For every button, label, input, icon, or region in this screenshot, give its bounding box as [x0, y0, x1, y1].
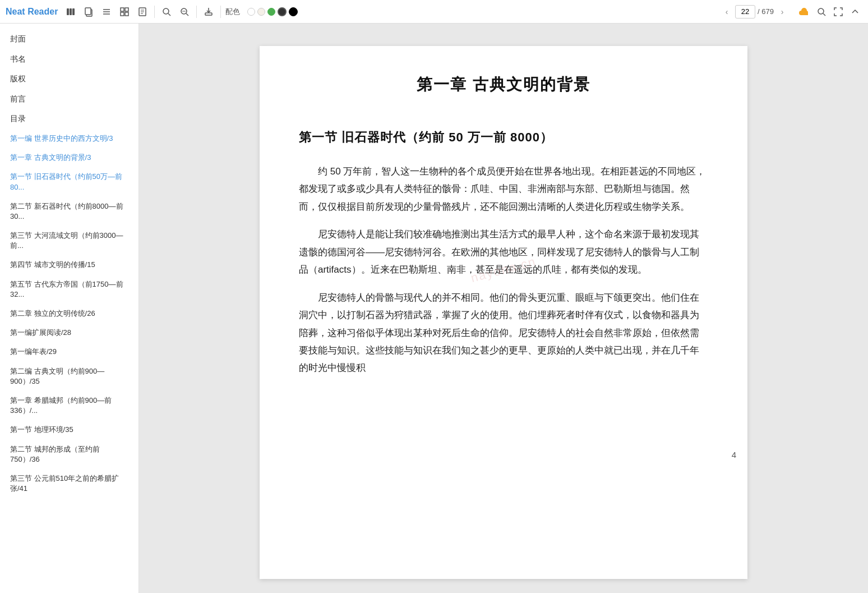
- sidebar-item-chapter1[interactable]: 第一章 古典文明的背景/3: [0, 148, 138, 167]
- chapter-title: 第一章 古典文明的背景: [299, 74, 708, 95]
- library-icon[interactable]: [63, 4, 78, 19]
- color-cream[interactable]: [257, 8, 265, 16]
- svg-point-16: [163, 8, 169, 14]
- svg-line-17: [168, 13, 170, 16]
- sidebar-item-chapter3[interactable]: 第一章 希腊城邦（约前900—前336）/...: [0, 391, 138, 420]
- right-icons: [797, 4, 862, 19]
- svg-rect-9: [125, 8, 128, 11]
- color-dark[interactable]: [278, 7, 287, 16]
- main-layout: 封面 书名 版权 前言 目录 第一编 世界历史中的西方文明/3 第一章 古典文明…: [0, 24, 868, 593]
- svg-rect-0: [67, 8, 69, 15]
- page-total: / 679: [758, 7, 774, 16]
- svg-rect-21: [205, 13, 212, 15]
- sidebar: 封面 书名 版权 前言 目录 第一编 世界历史中的西方文明/3 第一章 古典文明…: [0, 24, 139, 593]
- sidebar-item-toc[interactable]: 目录: [0, 109, 138, 129]
- page-input[interactable]: [735, 5, 755, 19]
- copy-icon[interactable]: [81, 4, 96, 19]
- color-green[interactable]: [267, 8, 275, 16]
- sidebar-item-part2[interactable]: 第二编 古典文明（约前900—900）/35: [0, 362, 138, 391]
- sidebar-item-section3-1[interactable]: 第一节 地理环境/35: [0, 420, 138, 439]
- sidebar-item-section3[interactable]: 第三节 大河流域文明（约前3000—前...: [0, 226, 138, 255]
- svg-rect-2: [72, 8, 75, 15]
- sidebar-item-section3-2[interactable]: 第二节 城邦的形成（至约前750）/36: [0, 440, 138, 469]
- svg-line-24: [823, 13, 825, 16]
- color-black[interactable]: [289, 7, 298, 16]
- sidebar-item-section4[interactable]: 第四节 城市文明的传播/15: [0, 255, 138, 274]
- color-section: [247, 7, 298, 16]
- sidebar-item-section1[interactable]: 第一节 旧石器时代（约前50万—前80...: [0, 167, 138, 196]
- sidebar-item-part1[interactable]: 第一编 世界历史中的西方文明/3: [0, 129, 138, 148]
- color-white[interactable]: [247, 8, 255, 16]
- next-page-button[interactable]: ›: [776, 6, 788, 18]
- search-global-icon[interactable]: [814, 4, 829, 19]
- sidebar-item-section2[interactable]: 第二节 新石器时代（约前8000—前30...: [0, 197, 138, 226]
- search-icon-2[interactable]: [177, 4, 192, 19]
- svg-rect-8: [121, 8, 124, 11]
- svg-rect-10: [121, 12, 124, 16]
- svg-rect-4: [85, 8, 91, 15]
- color-label: 配色: [225, 7, 240, 17]
- svg-line-19: [186, 13, 188, 16]
- sidebar-item-section5[interactable]: 第五节 古代东方帝国（前1750—前32...: [0, 275, 138, 304]
- paragraph-2: 尼安德特人是能让我们较准确地推测出其生活方式的最早人种，这个命名来源于最初发现其…: [299, 226, 708, 278]
- separator-1: [154, 6, 155, 18]
- single-page-icon[interactable]: [135, 4, 150, 19]
- svg-rect-1: [70, 8, 72, 15]
- paragraph-1: 约 50 万年前，智人这一生物种的各个成员便开始在世界各地出现。在相距甚远的不同…: [299, 163, 708, 215]
- sidebar-item-section3-3[interactable]: 第三节 公元前510年之前的希腊扩张/41: [0, 469, 138, 498]
- menu-icon[interactable]: [99, 4, 114, 19]
- fullscreen-icon[interactable]: [831, 4, 846, 19]
- toolbar: Neat Reader: [0, 0, 868, 24]
- sidebar-item-preface[interactable]: 前言: [0, 89, 138, 109]
- section-title: 第一节 旧石器时代（约前 50 万一前 8000）: [299, 129, 708, 146]
- svg-rect-11: [125, 12, 128, 16]
- grid-icon[interactable]: [117, 4, 132, 19]
- content-area: 第一章 古典文明的背景 第一节 旧石器时代（约前 50 万一前 8000） 约 …: [139, 24, 868, 593]
- sidebar-item-chapter2[interactable]: 第二章 独立的文明传统/26: [0, 304, 138, 323]
- book-page: 第一章 古典文明的背景 第一节 旧石器时代（约前 50 万一前 8000） 约 …: [260, 46, 747, 579]
- page-number: 4: [732, 450, 736, 459]
- cloud-icon[interactable]: [797, 4, 812, 19]
- separator-3: [220, 6, 221, 18]
- page-navigation: ‹ / 679 ›: [721, 5, 788, 19]
- import-icon[interactable]: [201, 4, 216, 19]
- app-title: Neat Reader: [6, 7, 58, 17]
- search-icon-1[interactable]: [159, 4, 174, 19]
- sidebar-item-part1-ext[interactable]: 第一编扩展阅读/28: [0, 323, 138, 342]
- collapse-icon[interactable]: [848, 4, 862, 19]
- sidebar-item-book-name[interactable]: 书名: [0, 49, 138, 70]
- sidebar-item-cover[interactable]: 封面: [0, 29, 138, 49]
- paragraph-3: 尼安德特人的骨骼与现代人的并不相同。他们的骨头更沉重、眼眶与下颌更突出。他们住在…: [299, 289, 708, 377]
- sidebar-item-part1-year[interactable]: 第一编年表/29: [0, 342, 138, 361]
- separator-2: [196, 6, 197, 18]
- sidebar-item-copyright[interactable]: 版权: [0, 69, 138, 89]
- svg-point-23: [818, 8, 824, 14]
- prev-page-button[interactable]: ‹: [721, 6, 733, 18]
